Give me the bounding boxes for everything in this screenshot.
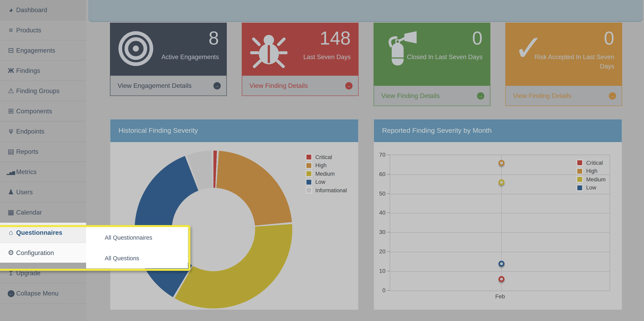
findings-bug-icon: Ж [6,67,16,74]
data-point-medium[interactable] [498,179,504,185]
arrow-right-circle-icon: → [477,92,484,99]
sidebar-item-label: Engagements [16,47,56,54]
legend-swatch [576,160,583,166]
sidebar-item-label: Questionnaires [16,229,62,236]
month-gridline [501,155,502,290]
questionnaires-submenu: All QuestionnairesAll Questions [86,227,188,268]
legend-label: Medium [315,171,335,177]
top-navbar-edge [88,0,643,22]
sidebar-item-questionnaires[interactable]: ⌂Questionnaires [0,223,86,243]
submenu-item-all-questionnaires[interactable]: All Questionnaires [86,227,188,248]
scatter-chart: 010203040506070 Feb CriticalHighMediumLo… [374,142,622,310]
stat-card-body: 148Last Seven Days [242,23,358,76]
gridline [390,194,610,194]
scatter-legend: CriticalHighMediumLow [576,159,606,192]
legend-label: High [315,163,327,169]
submenu-item-all-questions[interactable]: All Questions [86,248,188,268]
engagements-inbox-icon: ⊟ [6,47,16,54]
legend-swatch [306,187,312,194]
sidebar-item-label: Findings [16,67,40,74]
stat-card-label: Closed In Last Seven Days [400,52,482,62]
data-point-low[interactable] [498,260,504,267]
stat-card-label: Last Seven Days [268,52,351,62]
stat-card-footer-link[interactable]: View Finding Details→ [242,76,358,96]
sidebar-item-label: Upgrade [16,269,40,277]
legend-item-medium: Medium [576,175,606,184]
stat-card-value: 148 [320,28,351,48]
stat-card-footer-link[interactable]: View Finding Details→ [374,86,490,106]
sidebar-item-findings[interactable]: ЖFindings [0,61,86,81]
stat-card-label: Active Engagements [136,52,219,62]
footer-link-label: View Finding Details [513,92,572,99]
legend-item-high: High [306,161,347,170]
calendar-icon: ▦ [6,209,16,216]
sidebar-item-reports[interactable]: ▤Reports [0,142,86,162]
y-tick-label: 20 [373,248,386,255]
sidebar-item-components[interactable]: ⊞Components [0,101,86,121]
y-tick-mark [387,290,390,290]
y-tick-label: 60 [373,171,386,177]
sidebar-item-dashboard[interactable]: ◕Dashboard [0,0,86,20]
sidebar-item-collapse-menu[interactable]: ←Collapse Menu [0,283,86,303]
y-tick-mark [387,155,390,155]
stat-card-label: Risk Accepted In Last Seven Days [532,52,614,71]
legend-swatch [306,162,312,169]
legend-item-informational: Informational [306,186,347,195]
sidebar-item-label: Calendar [16,209,42,216]
sidebar-item-upgrade[interactable]: ↥Upgrade [0,263,86,283]
sidebar-item-label: Configuration [16,249,54,256]
y-tick-mark [387,271,390,271]
legend-swatch [576,168,583,175]
gridline [390,271,610,271]
questionnaires-house-flag-icon: ⌂ [6,229,16,236]
y-tick-mark [387,232,390,232]
stat-card-value: 0 [604,28,614,48]
data-point-critical[interactable] [498,276,504,282]
sidebar-item-finding-groups[interactable]: ⚠Finding Groups [0,81,86,101]
sidebar-item-calendar[interactable]: ▦Calendar [0,202,86,223]
products-list-icon: ≡ [6,27,16,34]
sidebar: ◕Dashboard≡Products⊟EngagementsЖFindings… [0,0,86,321]
sidebar-item-configuration[interactable]: ⚙Configuration [0,243,86,263]
arrow-right-circle-icon: → [345,82,352,89]
y-tick-mark [387,174,390,175]
fire-extinguisher-icon [382,31,419,68]
legend-swatch [576,185,583,191]
sidebar-item-label: Components [16,107,52,115]
components-table-icon: ⊞ [6,108,16,115]
sidebar-item-label: Reports [16,148,38,155]
x-axis-label-feb: Feb [488,293,512,299]
stat-card-body: 0Closed In Last Seven Days [374,23,490,86]
data-point-high[interactable] [498,160,504,166]
donut-chart: CriticalHighMediumLowInformational [110,142,358,310]
y-tick-label: 10 [373,267,386,274]
legend-label: Low [586,185,596,191]
legend-label: Critical [586,160,603,166]
sidebar-item-users[interactable]: ♟Users [0,182,86,202]
y-tick-label: 30 [373,229,386,235]
legend-item-critical: Critical [576,159,606,167]
arrow-right-circle-icon: → [609,92,616,99]
sidebar-item-products[interactable]: ≡Products [0,20,86,41]
y-tick-label: 0 [373,287,386,293]
sidebar-item-metrics[interactable]: ▂▅▇Metrics [0,162,86,182]
y-tick-label: 70 [373,151,386,158]
sidebar-item-engagements[interactable]: ⊟Engagements [0,41,86,61]
stat-card-green: 0Closed In Last Seven DaysView Finding D… [374,23,490,106]
stat-card-navy: 8Active EngagementsView Engagement Detai… [110,23,226,96]
configuration-gear-icon: ⚙ [6,249,16,256]
sidebar-item-label: Collapse Menu [16,290,58,297]
stat-card-footer-link[interactable]: View Finding Details→ [506,86,622,106]
historical-finding-severity-panel: Historical Finding Severity CriticalHigh… [110,119,358,310]
panel-title: Reported Finding Severity by Month [374,119,622,142]
collapse-menu-arrow-icon: ← [6,289,16,297]
legend-label: High [586,168,598,174]
dashboard-page: ◕Dashboard≡Products⊟EngagementsЖFindings… [0,0,644,321]
legend-swatch [306,171,312,177]
stat-card-footer-link[interactable]: View Engagement Details→ [110,76,226,96]
legend-label: Informational [315,188,347,194]
sidebar-item-endpoints[interactable]: ⋔Endpoints [0,121,86,142]
bug-icon [250,31,288,68]
legend-label: Critical [315,154,332,160]
gridline [390,213,610,214]
